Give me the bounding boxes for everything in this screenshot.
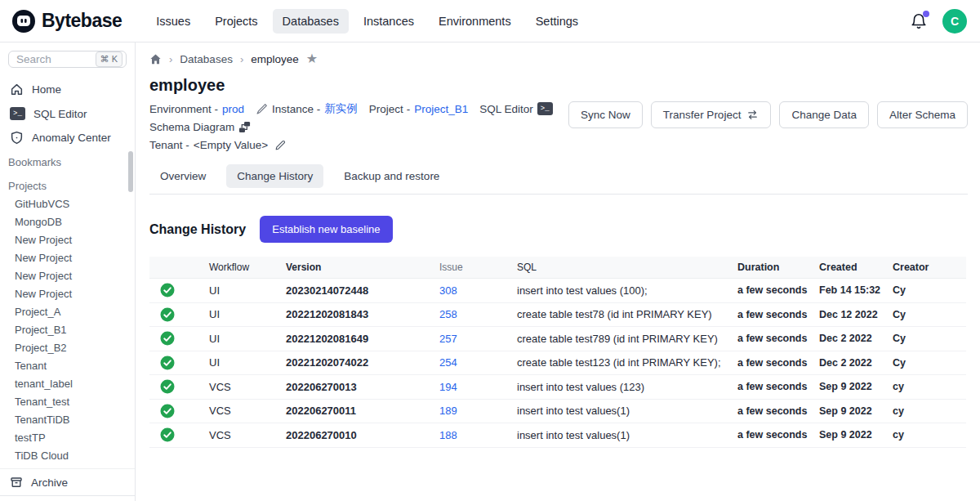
topnav-item-databases[interactable]: Databases	[273, 9, 349, 34]
favorite-star-icon[interactable]: ★	[306, 52, 318, 65]
sync-now-button[interactable]: Sync Now	[568, 101, 643, 128]
user-avatar[interactable]: C	[942, 9, 967, 34]
notification-badge	[923, 11, 929, 17]
change-history-heading: Change History	[149, 222, 246, 237]
sidebar-scrollbar[interactable]	[128, 151, 133, 192]
terminal-icon: >_	[10, 107, 25, 120]
edit-pencil-icon[interactable]	[274, 140, 286, 151]
issue-link[interactable]: 257	[439, 333, 457, 345]
success-check-icon	[160, 404, 175, 418]
project-link[interactable]: Project_B1	[414, 103, 468, 115]
sidebar-item-label: Home	[32, 83, 61, 96]
bookmarks-section-label: Bookmarks	[0, 150, 135, 172]
instance-label: Instance -	[272, 103, 320, 115]
instance-link[interactable]: 新实例	[324, 101, 358, 116]
sql-cell: insert into test values(1)	[517, 405, 737, 417]
duration-cell: a few seconds	[737, 429, 819, 441]
issue-link[interactable]: 188	[439, 429, 457, 441]
project-item-new-project[interactable]: New Project	[0, 285, 135, 303]
duration-cell: a few seconds	[737, 357, 819, 369]
created-cell: Dec 2 2022	[819, 357, 893, 369]
establish-baseline-button[interactable]: Establish new baseline	[260, 216, 392, 243]
sql-editor-label: SQL Editor	[479, 103, 533, 115]
change-history-row[interactable]: VCS202206270010188insert into test value…	[149, 423, 966, 448]
column-header-sql: SQL	[517, 262, 737, 273]
change-history-row[interactable]: UI20221202081843258create table test78 (…	[149, 303, 966, 328]
breadcrumb-employee[interactable]: employee	[251, 53, 299, 65]
tab-overview[interactable]: Overview	[149, 164, 216, 188]
tab-change-history[interactable]: Change History	[226, 164, 323, 188]
tab-backup-and-restore[interactable]: Backup and restore	[333, 164, 450, 188]
project-item-new-project[interactable]: New Project	[0, 267, 135, 285]
change-history-row[interactable]: UI20221202081649257create table test789 …	[149, 327, 966, 351]
sidebar-item-anomaly-center[interactable]: Anomaly Center	[0, 126, 135, 150]
change-history-row[interactable]: UI20230214072448308insert into test valu…	[149, 279, 966, 303]
duration-cell: a few seconds	[737, 284, 819, 296]
project-item-tidb-cloud[interactable]: TiDB Cloud	[0, 447, 135, 465]
project-item-tenant[interactable]: Tenant	[0, 357, 135, 375]
project-item-tenanttidb[interactable]: TenantTiDB	[0, 411, 135, 429]
change-history-row[interactable]: VCS202206270013194insert into test value…	[149, 375, 966, 400]
archive-label: Archive	[31, 476, 68, 489]
issue-link[interactable]: 308	[439, 284, 457, 297]
schema-diagram-shortcut[interactable]: Schema Diagram	[149, 121, 251, 133]
success-check-icon	[160, 307, 175, 322]
sql-cell: create table test123 (id int PRIMARY KEY…	[517, 356, 737, 369]
project-item-project-b2[interactable]: Project_B2	[0, 339, 135, 357]
change-data-button[interactable]: Change Data	[779, 101, 869, 128]
alter-schema-button[interactable]: Alter Schema	[877, 101, 968, 128]
tenant-value: <Empty Value>	[194, 139, 268, 151]
created-cell: Dec 12 2022	[819, 309, 893, 320]
issue-link[interactable]: 258	[439, 308, 457, 320]
issue-link[interactable]: 189	[439, 405, 457, 417]
environment-link[interactable]: prod	[222, 103, 244, 115]
project-item-project-b1[interactable]: Project_B1	[0, 321, 135, 339]
success-check-icon	[160, 283, 175, 297]
issue-cell: 258	[439, 308, 517, 320]
project-item-new-project[interactable]: New Project	[0, 249, 135, 267]
search-box[interactable]: ⌘ K	[8, 51, 127, 68]
change-history-row[interactable]: VCS202206270011189insert into test value…	[149, 400, 966, 424]
topnav-item-environments[interactable]: Environments	[429, 9, 521, 34]
sidebar-item-archive[interactable]: Archive	[0, 468, 135, 495]
creator-cell: Cy	[893, 333, 966, 344]
transfer-project-button[interactable]: Transfer Project	[651, 101, 772, 128]
project-item-mongodb[interactable]: MongoDB	[0, 213, 135, 231]
bytebase-logo[interactable]: Bytebase	[11, 9, 122, 34]
project-item-project-a[interactable]: Project_A	[0, 303, 135, 321]
topnav-item-instances[interactable]: Instances	[354, 9, 424, 34]
home-icon[interactable]	[149, 53, 162, 65]
creator-cell: Cy	[893, 284, 966, 296]
column-header-issue: Issue	[439, 262, 517, 273]
projects-list: GitHubVCSMongoDBNew ProjectNew ProjectNe…	[0, 195, 135, 468]
column-header-workflow: Workflow	[209, 262, 286, 273]
sql-editor-shortcut[interactable]: SQL Editor >_	[479, 102, 553, 115]
change-data-label: Change Data	[791, 109, 857, 121]
chevron-right-icon: ›	[240, 53, 243, 65]
sidebar-item-sql-editor[interactable]: >_ SQL Editor	[0, 102, 135, 125]
topnav-item-projects[interactable]: Projects	[205, 9, 267, 34]
sidebar-item-home[interactable]: Home	[0, 78, 135, 101]
status-cell	[149, 356, 209, 370]
project-item-tenant-test[interactable]: Tenant_test	[0, 393, 135, 411]
topnav-item-issues[interactable]: Issues	[146, 9, 200, 34]
project-item-tenant-label[interactable]: tenant_label	[0, 375, 135, 393]
success-check-icon	[160, 427, 175, 442]
bytebase-logo-icon	[11, 9, 36, 34]
issue-link[interactable]: 194	[439, 381, 457, 393]
project-label: Project -	[369, 103, 410, 115]
status-cell	[149, 404, 209, 418]
database-actions: Sync NowTransfer ProjectChange DataAlter…	[568, 101, 968, 128]
schema-diagram-label: Schema Diagram	[149, 121, 234, 133]
alter-schema-label: Alter Schema	[889, 109, 956, 121]
notifications-button[interactable]	[910, 12, 928, 30]
topnav-item-settings[interactable]: Settings	[526, 9, 588, 34]
version-cell: 202206270013	[286, 381, 439, 393]
project-item-new-project[interactable]: New Project	[0, 231, 135, 249]
breadcrumb-databases[interactable]: Databases	[180, 53, 233, 65]
search-input[interactable]	[16, 53, 92, 65]
issue-link[interactable]: 254	[439, 356, 457, 369]
change-history-row[interactable]: UI20221202074022254create table test123 …	[149, 351, 966, 376]
project-item-githubvcs[interactable]: GitHubVCS	[0, 195, 135, 213]
project-item-testtp[interactable]: testTP	[0, 429, 135, 447]
